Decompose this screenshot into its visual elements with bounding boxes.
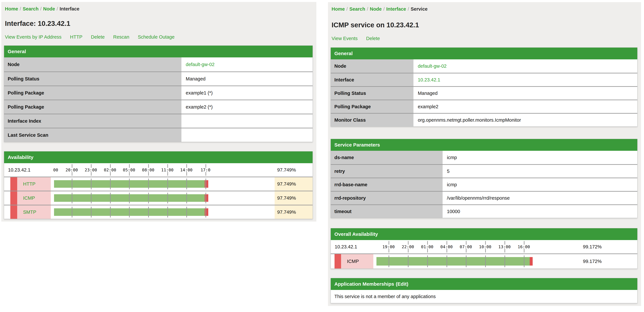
axis-tick bbox=[408, 255, 408, 267]
row-value bbox=[182, 114, 312, 128]
axis-tick bbox=[110, 172, 111, 176]
axis-tick bbox=[148, 207, 149, 217]
panel-header: Application Memberships (Edit) bbox=[331, 278, 637, 290]
axis-tick bbox=[388, 255, 389, 267]
time-axis-label: 22:00 bbox=[399, 244, 417, 249]
time-axis-label: 10:00 bbox=[476, 244, 494, 249]
outage-sliver bbox=[205, 194, 208, 202]
availability-bar-cell bbox=[51, 191, 274, 205]
axis-tick bbox=[206, 207, 206, 217]
breadcrumb-separator: / bbox=[365, 6, 370, 12]
breadcrumb-separator: / bbox=[345, 6, 350, 12]
edit-memberships-link[interactable]: (Edit) bbox=[396, 281, 408, 287]
service-availability-row: ICMP 97.749% bbox=[4, 191, 312, 205]
breadcrumb-home[interactable]: Home bbox=[5, 6, 18, 11]
axis-tick bbox=[167, 172, 168, 176]
table-row: ds-name icmp bbox=[331, 151, 637, 164]
axis-tick bbox=[504, 241, 505, 245]
action-delete[interactable]: Delete bbox=[366, 36, 380, 41]
service-link-smtp[interactable]: SMTP bbox=[23, 209, 36, 215]
breadcrumb-node[interactable]: Node bbox=[370, 6, 382, 12]
action-delete[interactable]: Delete bbox=[91, 34, 105, 40]
axis-tick bbox=[466, 255, 466, 267]
row-value: icmp bbox=[442, 178, 637, 191]
breadcrumb-interface[interactable]: Interface bbox=[386, 6, 406, 12]
outage-status-strip bbox=[10, 177, 17, 191]
row-label: ds-name bbox=[331, 151, 442, 164]
axis-tick bbox=[504, 255, 505, 267]
axis-tick bbox=[206, 164, 206, 168]
axis-tick bbox=[388, 249, 389, 253]
axis-tick bbox=[186, 193, 187, 203]
axis-tick bbox=[524, 255, 524, 267]
time-axis-label: 08:00 bbox=[139, 168, 157, 172]
action-http[interactable]: HTTP bbox=[70, 34, 82, 40]
axis-tick bbox=[167, 193, 168, 203]
ip-address-label: 10.23.42.1 bbox=[331, 240, 373, 253]
service-link-icmp[interactable]: ICMP bbox=[23, 195, 35, 201]
row-label: retry bbox=[331, 165, 442, 177]
axis-tick bbox=[167, 178, 168, 189]
row-value: 10.23.42.1 bbox=[414, 73, 637, 86]
action-view-events[interactable]: View Events bbox=[332, 36, 358, 41]
service-label-cell: ICMP bbox=[341, 254, 373, 269]
breadcrumb-separator: / bbox=[406, 6, 411, 12]
row-value: icmp bbox=[442, 151, 637, 164]
row-value: Managed bbox=[182, 72, 312, 86]
time-axis-label: 04:00 bbox=[438, 244, 456, 249]
service-link-http[interactable]: HTTP bbox=[23, 181, 36, 187]
page-title: ICMP service on 10.23.42.1 bbox=[332, 21, 419, 29]
row-value: Managed bbox=[414, 87, 637, 100]
breadcrumb-search[interactable]: Search bbox=[350, 6, 365, 12]
outage-status-strip bbox=[10, 205, 17, 219]
table-row: rrd-base-name icmp bbox=[331, 177, 637, 191]
breadcrumb-separator: / bbox=[38, 6, 43, 11]
row-value: org.opennms.netmgt.poller.monitors.IcmpM… bbox=[414, 114, 637, 126]
axis-tick bbox=[91, 178, 92, 189]
axis-tick bbox=[91, 172, 92, 176]
action-view-events-by-ip[interactable]: View Events by IP Address bbox=[5, 34, 62, 40]
time-axis-label: 14:00 bbox=[177, 168, 195, 172]
breadcrumb: Home/Search/Node/Interface bbox=[5, 6, 80, 12]
axis-tick bbox=[466, 241, 466, 245]
row-value: example2 (*) bbox=[182, 100, 312, 114]
time-axis-label: 11:00 bbox=[158, 168, 176, 172]
axis-tick bbox=[446, 249, 447, 253]
row-value: 5 bbox=[442, 165, 637, 177]
axis-tick bbox=[485, 241, 486, 245]
service-page: Home/Search/Node/Interface/Service ICMP … bbox=[328, 2, 641, 306]
axis-tick bbox=[110, 164, 111, 168]
availability-percent: 97.749% bbox=[274, 177, 312, 191]
service-label-cell: HTTP bbox=[17, 177, 51, 191]
service-label-cell: ICMP bbox=[17, 191, 51, 205]
time-axis-label: 20:00 bbox=[63, 168, 81, 172]
breadcrumb: Home/Search/Node/Interface/Service bbox=[332, 6, 428, 12]
breadcrumb-search[interactable]: Search bbox=[23, 6, 39, 11]
table-row: Polling Status Managed bbox=[331, 86, 637, 100]
interface-link[interactable]: 10.23.42.1 bbox=[418, 77, 440, 83]
axis-tick bbox=[110, 207, 111, 217]
axis-tick bbox=[129, 178, 130, 189]
axis-tick bbox=[129, 207, 130, 217]
action-schedule-outage[interactable]: Schedule Outage bbox=[138, 34, 174, 40]
availability-bar-cell bbox=[51, 177, 274, 191]
node-link[interactable]: default-gw-02 bbox=[418, 63, 446, 69]
availability-percent: 97.749% bbox=[274, 205, 312, 219]
table-row: Polling Package example2 (*) bbox=[4, 100, 312, 114]
action-links: View Events by IP Address HTTP Delete Re… bbox=[5, 34, 182, 40]
availability-summary-row: 10.23.42.1 19:00 22:00 01:00 04:00 07:00… bbox=[331, 240, 637, 253]
panel-header: Overall Availability bbox=[331, 228, 637, 240]
availability-percent: 97.749% bbox=[274, 163, 312, 177]
axis-tick bbox=[427, 255, 428, 267]
node-link[interactable]: default-gw-02 bbox=[186, 62, 214, 67]
axis-tick bbox=[129, 193, 130, 203]
breadcrumb-home[interactable]: Home bbox=[332, 6, 345, 12]
table-row: Interface 10.23.42.1 bbox=[331, 73, 637, 86]
page-title: Interface: 10.23.42.1 bbox=[5, 20, 70, 27]
breadcrumb-node[interactable]: Node bbox=[43, 6, 55, 11]
axis-tick bbox=[148, 172, 149, 176]
action-rescan[interactable]: Rescan bbox=[113, 34, 129, 40]
row-value: 10000 bbox=[442, 205, 637, 218]
row-value: default-gw-02 bbox=[182, 57, 312, 71]
row-label: Polling Package bbox=[331, 100, 414, 113]
